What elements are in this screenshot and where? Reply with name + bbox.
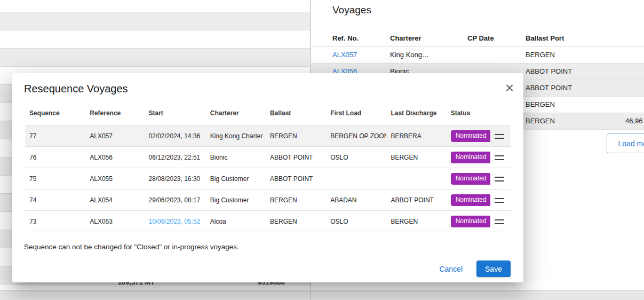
status-badge: Nominated: [451, 194, 490, 206]
cell-start: 28/08/2023, 16:30: [144, 168, 205, 190]
cell-reference: ALX053: [85, 211, 144, 232]
cell-ballast-port: ABBOT POINT: [526, 80, 616, 96]
cell-sequence: 73: [25, 211, 85, 232]
cell-last-discharge: [386, 168, 446, 190]
note-text: Sequence can not be changed for "Closed"…: [24, 243, 511, 251]
cell-start: 02/02/2024, 14:36: [144, 125, 205, 147]
resequence-header-row: Sequence Reference Start Charterer Balla…: [25, 101, 511, 125]
save-button[interactable]: Save: [476, 260, 511, 277]
cell-reference: ALX056: [85, 147, 144, 168]
cell-ballast-port: BERGEN: [526, 96, 616, 113]
cell-drag: [490, 168, 511, 190]
cell-last-discharge: BERGEN: [386, 211, 446, 232]
cell-first-load: [326, 168, 386, 190]
cell-ballast: BERGEN: [266, 190, 326, 211]
status-badge: Nominated: [451, 152, 490, 163]
table-row: 73 ALX053 10/06/2023, 05:52 Alcoa BERGEN…: [25, 211, 511, 232]
cell-charterer: Bionic: [206, 147, 266, 168]
cell-charterer: King Kong Charter: [206, 125, 266, 147]
drag-handle-icon[interactable]: [495, 134, 504, 139]
cell-status: Nominated: [447, 147, 490, 168]
cell-sequence: 76: [25, 147, 85, 168]
column-header-status: Status: [447, 101, 490, 125]
cell-sequence: 75: [25, 168, 85, 190]
cell-quantity: [616, 46, 644, 63]
cell-ballast-port: BERGEN: [526, 46, 616, 63]
cell-status: Nominated: [447, 168, 490, 190]
cell-start: 06/12/2023, 22:51: [144, 147, 205, 168]
cell-cp-date: [467, 46, 526, 63]
cell-status: Nominated: [447, 190, 490, 211]
cell-start: 29/06/2023, 08:17: [144, 190, 205, 211]
status-badge: Nominated: [451, 173, 490, 185]
cell-drag: [490, 211, 511, 232]
cell-reference: ALX057: [85, 125, 144, 147]
dialog-actions: Cancel Save: [439, 260, 511, 277]
status-badge: Nominated: [451, 130, 490, 142]
cell-reference: ALX054: [85, 190, 144, 211]
column-header-reference: Reference: [85, 101, 144, 125]
column-header-ballast-port: Ballast Port: [526, 30, 616, 46]
load-more-button[interactable]: Load more: [607, 133, 644, 153]
cell-drag: [490, 147, 511, 168]
drag-handle-icon[interactable]: [495, 155, 504, 160]
cell-status: Nominated: [447, 211, 490, 232]
cell-charterer: Big Customer: [206, 168, 266, 190]
cell-sequence: 77: [25, 125, 85, 147]
cell-ballast-port: ABBOT POINT: [526, 63, 616, 80]
cell-sequence: 74: [25, 190, 85, 211]
drag-handle-icon[interactable]: [495, 198, 504, 203]
column-header-charterer: Charterer: [206, 101, 266, 125]
cell-quantity: 46,96: [616, 113, 644, 129]
status-badge: Nominated: [451, 216, 490, 227]
cell-quantity: [616, 96, 644, 113]
table-row: 74 ALX054 29/06/2023, 08:17 Big Customer…: [25, 190, 511, 211]
resequence-voyages-dialog: Resequence Voyages × Sequence Reference …: [12, 73, 523, 282]
cell-charterer: Big Customer: [206, 190, 266, 211]
cell-reference: ALX055: [85, 168, 144, 190]
column-header-charterer: Charterer: [390, 30, 467, 46]
cancel-button[interactable]: Cancel: [439, 265, 463, 273]
close-icon[interactable]: ×: [503, 78, 516, 98]
cell-ballast: BERGEN: [266, 125, 326, 147]
table-row: 77 ALX057 02/02/2024, 14:36 King Kong Ch…: [25, 125, 511, 147]
column-header-start: Start: [144, 101, 205, 125]
column-header-drag: [490, 101, 511, 125]
voyages-header-row: Ref. No. Charterer CP Date Ballast Port: [311, 30, 644, 46]
cell-first-load: BERGEN OP ZOOM: [326, 125, 386, 147]
dialog-title: Resequence Voyages: [24, 83, 511, 95]
cell-quantity: [616, 63, 644, 80]
start-date-link[interactable]: 10/06/2023, 05:52: [148, 218, 200, 225]
column-header-sequence: Sequence: [25, 101, 85, 125]
cell-ballast: BERGEN: [266, 211, 326, 232]
table-row: 75 ALX055 28/08/2023, 16:30 Big Customer…: [25, 168, 511, 190]
column-header-blank: [616, 30, 644, 46]
cell-charterer: Alcoa: [206, 211, 266, 232]
dialog-header: Resequence Voyages ×: [12, 73, 523, 98]
drag-handle-icon[interactable]: [495, 177, 504, 181]
cell-ballast: ABBOT POINT: [266, 147, 326, 168]
cell-drag: [490, 190, 511, 211]
cell-last-discharge: ABBOT POINT: [386, 190, 446, 211]
column-header-cp-date: CP Date: [467, 30, 526, 46]
resequence-table: Sequence Reference Start Charterer Balla…: [25, 101, 511, 232]
voyages-panel-title: Voyages: [332, 4, 644, 16]
cell-drag: [490, 125, 511, 147]
cell-last-discharge: BERGEN: [386, 147, 446, 168]
bottom-status-band: [0, 290, 644, 300]
cell-status: Nominated: [447, 125, 490, 147]
cell-ref: ALX057: [311, 46, 390, 63]
column-header-first-load: First Load: [326, 101, 386, 125]
drag-handle-icon[interactable]: [495, 219, 504, 224]
cell-first-load: OSLO: [326, 211, 386, 232]
cell-charterer: King Kong…: [390, 46, 467, 63]
cell-ballast-port: BERGEN: [526, 113, 616, 129]
column-header-last-discharge: Last Discharge: [386, 101, 446, 125]
voyage-ref-link[interactable]: ALX057: [332, 51, 357, 59]
table-row: 76 ALX056 06/12/2023, 22:51 Bionic ABBOT…: [25, 147, 511, 168]
cell-first-load: ABADAN: [326, 190, 386, 211]
column-header-ref-no: Ref. No.: [311, 30, 390, 46]
cell-last-discharge: BERBERA: [386, 125, 446, 147]
table-row: ALX057 King Kong… BERGEN: [311, 46, 644, 63]
cell-ballast: ABBOT POINT: [266, 168, 326, 190]
